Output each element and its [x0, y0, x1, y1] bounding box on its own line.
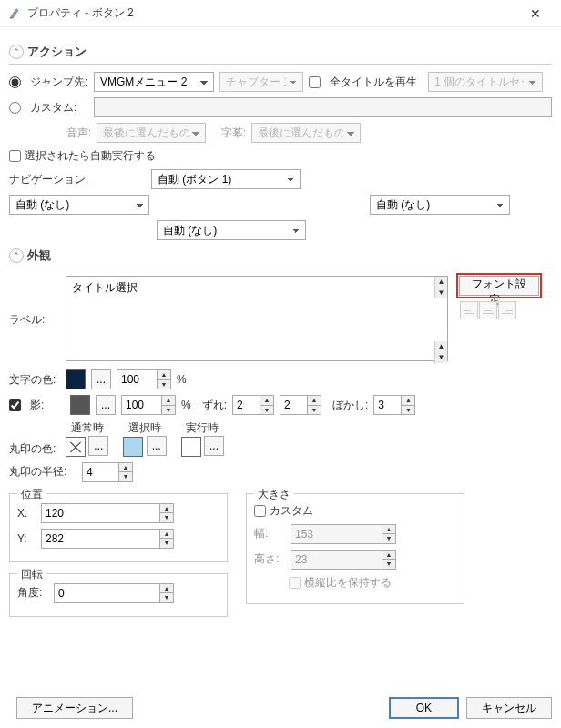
selected-color-picker-button[interactable]: ...	[147, 436, 167, 456]
nav-center-select[interactable]: 自動 (ボタン 1)	[151, 169, 301, 189]
align-left-button[interactable]	[460, 301, 478, 319]
section-appearance-label: 外観	[27, 248, 51, 264]
jump-label: ジャンプ先:	[30, 75, 88, 90]
chevron-up-icon: ⌃	[9, 248, 24, 263]
radio-custom[interactable]	[9, 102, 21, 114]
title-set-select: 1 個のタイトルセット	[428, 72, 543, 92]
width-label: 幅:	[254, 526, 285, 541]
shadow-label: 影:	[30, 398, 65, 413]
ok-button[interactable]: OK	[389, 697, 459, 719]
selected-color-swatch[interactable]	[123, 437, 143, 457]
subtitle-select: 最後に選んだもの	[251, 123, 361, 143]
blur-label: ぼかし:	[332, 398, 368, 413]
radio-jump[interactable]	[9, 76, 21, 88]
window-title: プロパティ - ボタン 2	[27, 5, 517, 21]
label-label: ラベル:	[9, 276, 60, 328]
rotation-group-title: 回転	[17, 567, 46, 582]
shadow-color-picker-button[interactable]: ...	[96, 395, 116, 415]
label-textarea-wrap: ▲▼ ▲▼	[66, 276, 448, 364]
cancel-button[interactable]: キャンセル	[466, 697, 552, 719]
y-spinner[interactable]: ▲▼	[41, 529, 219, 549]
titlebar: プロパティ - ボタン 2 ✕	[0, 0, 561, 27]
custom-input	[94, 97, 552, 117]
exec-label: 実行時	[181, 420, 224, 436]
angle-label: 角度:	[17, 585, 48, 601]
shadow-opacity-spinner[interactable]: ▲▼	[121, 395, 176, 415]
percent-label: %	[181, 399, 191, 411]
radius-spinner[interactable]: ▲▼	[82, 462, 133, 482]
align-right-button[interactable]	[498, 301, 516, 319]
position-group: 位置 X: ▲▼ Y: ▲▼	[9, 493, 228, 562]
spin-down-icon[interactable]: ▼	[434, 288, 447, 298]
size-custom-checkbox[interactable]	[254, 505, 266, 517]
nav-right-select[interactable]: 自動 (なし)	[370, 195, 510, 215]
normal-color-swatch[interactable]	[66, 437, 86, 457]
rotation-group: 回転 角度: ▲▼	[9, 573, 228, 617]
auto-exec-checkbox[interactable]	[9, 150, 21, 162]
spin-up-icon[interactable]: ▲	[434, 341, 447, 352]
nav-bottom-select[interactable]: 自動 (なし)	[157, 220, 306, 240]
nav-label: ナビゲーション:	[9, 172, 146, 187]
size-group: 大きさ カスタム 幅: ▲▼ 高さ: ▲▼ 横縦比を保持する	[246, 493, 464, 604]
section-appearance-heading[interactable]: ⌃ 外観	[9, 248, 552, 264]
height-spinner: ▲▼	[291, 550, 396, 570]
text-color-label: 文字の色:	[9, 372, 60, 388]
spin-up-icon[interactable]: ▲	[434, 277, 447, 288]
normal-label: 通常時	[66, 420, 108, 436]
exec-color-swatch[interactable]	[181, 437, 201, 457]
normal-color-picker-button[interactable]: ...	[88, 436, 108, 456]
keep-ratio-checkbox	[289, 577, 301, 589]
circle-color-label: 丸印の色:	[9, 441, 60, 457]
audio-select: 最後に選んだもの	[97, 123, 206, 143]
font-settings-button[interactable]: フォント設定...	[459, 276, 539, 296]
nav-left-select[interactable]: 自動 (なし)	[9, 195, 149, 215]
auto-exec-label: 選択されたら自動実行する	[25, 148, 156, 164]
shadow-checkbox[interactable]	[9, 399, 21, 411]
section-action-label: アクション	[27, 44, 87, 60]
spin-down-icon[interactable]: ▼	[434, 352, 447, 363]
radius-label: 丸印の半径:	[9, 464, 76, 480]
label-textarea[interactable]	[66, 276, 448, 361]
angle-spinner[interactable]: ▲▼	[54, 583, 219, 603]
shadow-color-swatch[interactable]	[70, 395, 90, 415]
blur-spinner[interactable]: ▲▼	[373, 395, 415, 415]
play-all-label: 全タイトルを再生	[330, 75, 417, 90]
shift-x-spinner[interactable]: ▲▼	[232, 395, 274, 415]
custom-label: カスタム:	[30, 100, 88, 116]
percent-label: %	[177, 373, 187, 386]
align-center-button[interactable]	[479, 301, 497, 319]
height-label: 高さ:	[254, 551, 285, 567]
shift-y-spinner[interactable]: ▲▼	[280, 395, 321, 415]
selected-label: 選択時	[123, 420, 166, 436]
keep-ratio-label: 横縦比を保持する	[304, 575, 392, 591]
size-custom-label: カスタム	[270, 503, 313, 519]
jump-target-select[interactable]: VMGMメニュー 2	[94, 72, 214, 92]
play-all-checkbox[interactable]	[309, 76, 321, 88]
text-opacity-spinner[interactable]: ▲▼	[117, 369, 171, 389]
x-label: X:	[17, 507, 36, 520]
close-icon[interactable]: ✕	[517, 6, 554, 21]
chapter-select: チャプター 1	[219, 72, 303, 92]
app-icon	[7, 6, 22, 21]
subtitle-label: 字幕:	[219, 126, 246, 141]
text-color-swatch[interactable]	[66, 369, 86, 389]
audio-label: 音声:	[64, 126, 91, 141]
exec-color-picker-button[interactable]: ...	[204, 436, 224, 456]
position-group-title: 位置	[17, 487, 46, 502]
width-spinner: ▲▼	[291, 524, 396, 544]
y-label: Y:	[17, 532, 36, 545]
shift-label: ずれ:	[202, 398, 227, 413]
animation-button[interactable]: アニメーション...	[16, 697, 133, 719]
chevron-up-icon: ⌃	[9, 45, 24, 59]
section-action-heading[interactable]: ⌃ アクション	[9, 44, 552, 60]
x-spinner[interactable]: ▲▼	[41, 503, 219, 523]
text-color-picker-button[interactable]: ...	[91, 369, 111, 389]
size-group-title: 大きさ	[254, 487, 294, 502]
